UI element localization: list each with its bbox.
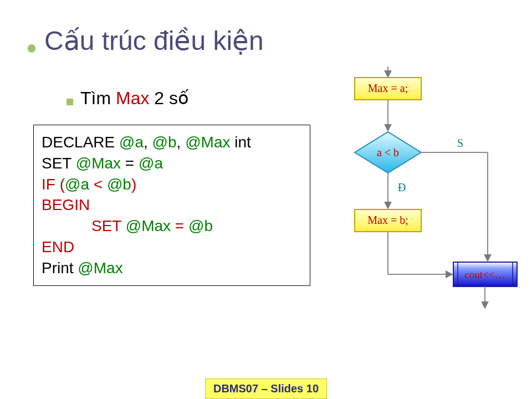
flow-box-1-text: Max = a; <box>368 82 408 94</box>
flow-decision-text: a < b <box>377 146 399 158</box>
t: , <box>144 134 152 151</box>
t: @Max <box>126 217 171 234</box>
t: @b <box>188 217 213 234</box>
t: < <box>89 176 107 193</box>
flowchart: Max = a; a < b Đ S Max = b; cout<<… <box>332 66 521 332</box>
t: ( <box>60 176 65 193</box>
slide-footer: DBMS07 – Slides 10 <box>205 378 327 399</box>
code-line-7: Print @Max <box>42 258 302 279</box>
subtitle-pre: Tìm <box>80 88 116 108</box>
t: @a <box>119 134 144 151</box>
t: @a <box>65 176 89 193</box>
t: int <box>231 134 251 151</box>
t: = <box>171 217 188 234</box>
t: = <box>121 155 139 172</box>
t: , <box>177 134 186 151</box>
flow-output-text: cout<<… <box>464 269 505 280</box>
t: ) <box>131 176 136 193</box>
t: BEGIN <box>42 196 90 213</box>
code-line-4: BEGIN <box>42 195 302 216</box>
flow-true-label: Đ <box>398 181 406 193</box>
code-line-6: END <box>42 237 302 258</box>
subtitle-bullet <box>66 99 73 105</box>
subtitle-hi: Max <box>116 88 149 108</box>
t: DECLARE <box>42 134 119 151</box>
code-line-3: IF (@a < @b) <box>42 174 302 195</box>
t: @b <box>107 176 131 193</box>
flow-box-2-text: Max = b; <box>367 214 408 226</box>
t: SET <box>91 217 126 234</box>
t: @a <box>139 155 163 172</box>
subtitle-post: 2 số <box>149 88 189 108</box>
code-line-1: DECLARE @a, @b, @Max int <box>42 132 302 153</box>
code-line-2: SET @Max = @a <box>42 153 302 174</box>
t: @Max <box>185 134 230 151</box>
slide-title: Cấu trúc điều kiện <box>44 25 264 56</box>
subtitle: Tìm Max 2 số <box>80 88 189 109</box>
t: IF <box>42 176 60 193</box>
t: @Max <box>76 155 121 172</box>
flow-false-label: S <box>457 137 463 149</box>
code-block: DECLARE @a, @b, @Max int SET @Max = @a I… <box>33 125 310 286</box>
t: @b <box>152 134 177 151</box>
t: END <box>42 238 74 255</box>
t: @Max <box>78 259 122 277</box>
t: Print <box>42 259 78 277</box>
t: SET <box>42 155 76 172</box>
code-line-5: SET @Max = @b <box>42 216 302 237</box>
title-bullet <box>28 44 35 52</box>
